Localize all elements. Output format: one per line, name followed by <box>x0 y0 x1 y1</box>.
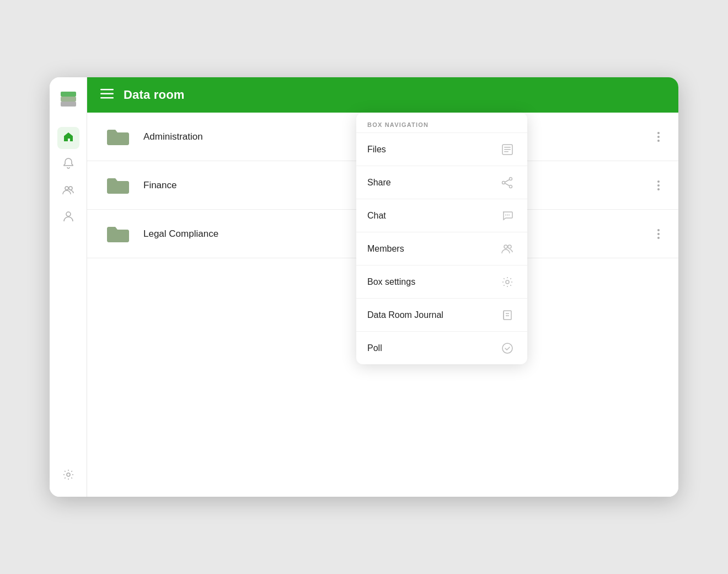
app-logo[interactable] <box>56 87 81 111</box>
gear-icon <box>62 469 74 483</box>
files-icon <box>499 141 516 158</box>
svg-point-19 <box>505 214 506 215</box>
header: Data room <box>87 77 678 113</box>
folder-name-administration: Administration <box>143 131 203 142</box>
nav-item-box-settings[interactable]: Box settings <box>356 265 527 298</box>
svg-point-22 <box>504 245 507 248</box>
person-icon <box>63 210 73 225</box>
page-title: Data room <box>124 88 185 102</box>
svg-point-5 <box>66 212 71 216</box>
svg-point-20 <box>507 214 508 215</box>
svg-rect-2 <box>61 92 76 97</box>
nav-label-files: Files <box>367 145 386 155</box>
svg-point-27 <box>502 343 512 353</box>
folder-name-finance: Finance <box>143 180 176 191</box>
poll-icon <box>499 339 516 357</box>
nav-label-data-room-journal: Data Room Journal <box>367 310 443 320</box>
svg-point-4 <box>69 187 72 190</box>
svg-point-16 <box>502 181 505 184</box>
hamburger-button[interactable] <box>100 88 114 102</box>
folder-name-legal-compliance: Legal Compliance <box>143 228 218 240</box>
nav-item-files[interactable]: Files <box>356 132 527 166</box>
share-icon <box>499 174 516 192</box>
bell-icon <box>63 157 74 172</box>
main-area: Data room Administration <box>87 77 678 497</box>
nav-label-chat: Chat <box>367 211 386 221</box>
home-icon <box>62 131 74 146</box>
box-navigation-dropdown: BOX NAVIGATION Files Share <box>356 113 527 364</box>
svg-rect-0 <box>61 102 76 107</box>
sidebar-item-team[interactable] <box>57 180 79 202</box>
svg-rect-11 <box>504 147 511 148</box>
sidebar-nav <box>57 127 79 465</box>
sidebar-item-notifications[interactable] <box>57 153 79 176</box>
more-menu-finance[interactable] <box>652 177 665 194</box>
svg-rect-13 <box>504 151 508 152</box>
nav-item-members[interactable]: Members <box>356 232 527 265</box>
sidebar-item-settings[interactable] <box>57 465 79 487</box>
team-icon <box>62 185 74 198</box>
svg-line-17 <box>505 179 510 182</box>
nav-label-poll: Poll <box>367 343 382 353</box>
nav-item-chat[interactable]: Chat <box>356 199 527 232</box>
box-navigation-header: BOX NAVIGATION <box>356 113 527 132</box>
sidebar-item-home[interactable] <box>57 127 79 149</box>
svg-point-3 <box>65 187 68 190</box>
svg-rect-1 <box>61 97 76 102</box>
nav-item-data-room-journal[interactable]: Data Room Journal <box>356 298 527 331</box>
svg-point-24 <box>506 280 509 284</box>
journal-icon <box>499 306 516 324</box>
svg-point-14 <box>510 177 512 180</box>
svg-rect-7 <box>100 89 114 91</box>
nav-item-share[interactable]: Share <box>356 166 527 199</box>
members-icon <box>499 240 516 258</box>
sidebar-item-profile[interactable] <box>57 206 79 228</box>
folder-icon-legal-compliance <box>105 223 131 245</box>
svg-rect-8 <box>100 93 114 95</box>
svg-point-6 <box>67 473 70 476</box>
folder-icon-administration <box>105 126 131 148</box>
svg-rect-12 <box>504 149 511 150</box>
svg-line-18 <box>505 183 510 186</box>
nav-item-poll[interactable]: Poll <box>356 331 527 364</box>
more-menu-legal-compliance[interactable] <box>652 225 665 243</box>
svg-rect-9 <box>100 97 114 99</box>
sidebar-bottom <box>57 465 79 487</box>
nav-label-members: Members <box>367 244 404 254</box>
svg-point-23 <box>508 245 511 248</box>
box-settings-icon <box>499 273 516 291</box>
svg-point-21 <box>508 214 510 215</box>
chat-icon <box>499 207 516 225</box>
sidebar <box>50 77 87 497</box>
folder-icon-finance <box>105 174 131 196</box>
more-menu-administration[interactable] <box>652 128 665 146</box>
nav-label-share: Share <box>367 178 391 188</box>
svg-point-15 <box>510 185 512 188</box>
nav-label-box-settings: Box settings <box>367 277 415 287</box>
